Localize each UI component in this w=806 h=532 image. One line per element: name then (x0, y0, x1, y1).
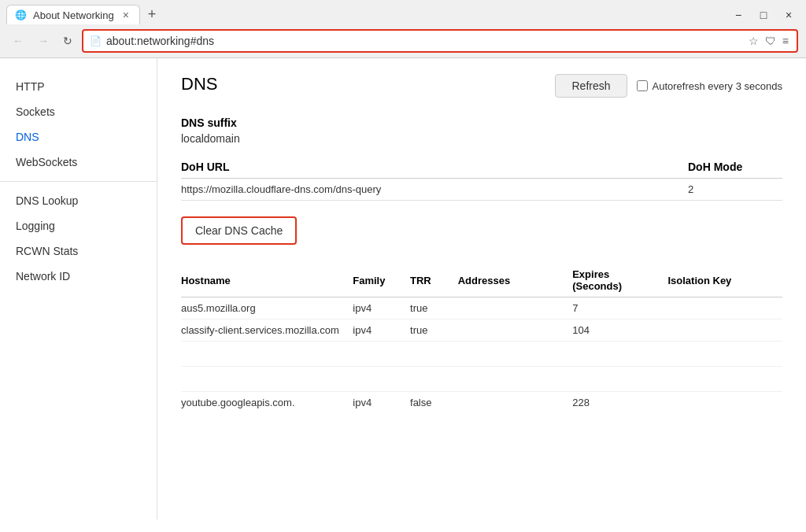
cell-trr (410, 367, 458, 392)
sidebar-item-http[interactable]: HTTP (0, 74, 157, 99)
cell-hostname: youtube.googleapis.com. (181, 392, 353, 414)
minimize-button[interactable]: − (727, 6, 749, 24)
cell-hostname: classify-client.services.mozilla.com (181, 320, 353, 342)
address-bar-icon: 📄 (90, 35, 102, 46)
address-actions: ☆ 🛡 ≡ (747, 33, 790, 49)
col-header-addresses: Addresses (458, 264, 573, 297)
cell-trr: true (410, 320, 458, 342)
sidebar-item-websockets[interactable]: WebSockets (0, 150, 157, 175)
tab-favicon: 🌐 (15, 9, 27, 20)
table-row: youtube.googleapis.com.ipv4false228 (181, 392, 782, 414)
address-input[interactable] (106, 35, 742, 47)
cell-family: ipv4 (353, 392, 410, 414)
cell-addresses (458, 297, 573, 320)
main-content: Refresh Autorefresh every 3 seconds DNS … (157, 58, 806, 519)
cell-expires: 104 (572, 320, 667, 342)
doh-section: DoH URL DoH Mode https://mozilla.cloudfl… (181, 161, 782, 201)
bookmark-button[interactable]: ☆ (747, 33, 760, 49)
window-controls: − □ × (727, 6, 800, 24)
doh-url-label: DoH URL (181, 161, 688, 173)
cell-addresses (458, 367, 573, 392)
table-row (181, 342, 782, 367)
table-row: aus5.mozilla.orgipv4true7 (181, 297, 782, 320)
title-bar: 🌐 About Networking × + − □ × (0, 0, 806, 24)
cell-hostname: aus5.mozilla.org (181, 297, 353, 320)
doh-mode-label: DoH Mode (688, 161, 782, 173)
address-bar: 📄 ☆ 🛡 ≡ (82, 29, 798, 53)
table-row: classify-client.services.mozilla.comipv4… (181, 320, 782, 342)
cell-hostname (181, 367, 353, 392)
col-header-trr: TRR (410, 264, 458, 297)
autorefresh-checkbox[interactable] (637, 80, 648, 91)
cell-hostname (181, 342, 353, 367)
dns-table-body: aus5.mozilla.orgipv4true7classify-client… (181, 297, 782, 414)
doh-mode-value: 2 (688, 183, 782, 195)
cell-family: ipv4 (353, 297, 410, 320)
sidebar: HTTP Sockets DNS WebSockets DNS Lookup L… (0, 58, 157, 519)
doh-url-row: https://mozilla.cloudflare-dns.com/dns-q… (181, 179, 782, 201)
refresh-button[interactable]: Refresh (555, 74, 627, 98)
dns-table: Hostname Family TRR Addresses Expires (S… (181, 264, 782, 413)
cell-addresses (458, 342, 573, 367)
cell-isolation_key (667, 297, 782, 320)
col-header-family: Family (353, 264, 410, 297)
autorefresh-label: Autorefresh every 3 seconds (637, 80, 782, 92)
sidebar-item-dns[interactable]: DNS (0, 124, 157, 150)
tab-title: About Networking (33, 9, 114, 21)
cell-family: ipv4 (353, 320, 410, 342)
cell-trr: false (410, 392, 458, 414)
maximize-button[interactable]: □ (752, 6, 775, 24)
close-button[interactable]: × (778, 6, 800, 24)
table-row (181, 367, 782, 392)
cell-isolation_key (667, 392, 782, 414)
tab-close-button[interactable]: × (120, 9, 131, 21)
cell-family (353, 367, 410, 392)
sidebar-item-rcwn-stats[interactable]: RCWN Stats (0, 238, 157, 264)
dns-suffix-value: localdomain (181, 132, 782, 145)
clear-dns-cache-button[interactable]: Clear DNS Cache (181, 216, 297, 245)
controls-bar: Refresh Autorefresh every 3 seconds (555, 74, 782, 98)
cell-isolation_key (667, 320, 782, 342)
menu-button[interactable]: ≡ (781, 33, 790, 49)
dns-table-header-row: Hostname Family TRR Addresses Expires (S… (181, 264, 782, 297)
browser-chrome: 🌐 About Networking × + − □ × ← → ↻ 📄 ☆ 🛡… (0, 0, 806, 58)
new-tab-button[interactable]: + (143, 5, 161, 24)
doh-url-value: https://mozilla.cloudflare-dns.com/dns-q… (181, 183, 688, 195)
sidebar-divider (0, 181, 157, 182)
nav-bar: ← → ↻ 📄 ☆ 🛡 ≡ (0, 24, 806, 57)
cell-isolation_key (667, 367, 782, 392)
dns-suffix-label: DNS suffix (181, 116, 782, 129)
cell-isolation_key (667, 342, 782, 367)
doh-header-row: DoH URL DoH Mode (181, 161, 782, 179)
cell-trr (410, 342, 458, 367)
col-header-expires: Expires (Seconds) (572, 264, 667, 297)
dns-suffix-section: DNS suffix localdomain (181, 116, 782, 145)
reload-button[interactable]: ↻ (58, 31, 77, 50)
cell-addresses (458, 392, 573, 414)
col-header-hostname: Hostname (181, 264, 353, 297)
cell-family (353, 342, 410, 367)
sidebar-item-network-id[interactable]: Network ID (0, 264, 157, 289)
sidebar-item-sockets[interactable]: Sockets (0, 99, 157, 124)
cell-expires: 228 (572, 392, 667, 414)
page-content: HTTP Sockets DNS WebSockets DNS Lookup L… (0, 58, 806, 519)
forward-button[interactable]: → (33, 31, 54, 50)
cell-expires (572, 367, 667, 392)
cell-addresses (458, 320, 573, 342)
cell-trr: true (410, 297, 458, 320)
col-header-isolation: Isolation Key (667, 264, 782, 297)
shield-button[interactable]: 🛡 (763, 33, 778, 49)
cell-expires (572, 342, 667, 367)
sidebar-item-logging[interactable]: Logging (0, 213, 157, 238)
sidebar-item-dns-lookup[interactable]: DNS Lookup (0, 188, 157, 213)
cell-expires: 7 (572, 297, 667, 320)
back-button[interactable]: ← (8, 31, 28, 50)
autorefresh-text: Autorefresh every 3 seconds (653, 80, 782, 92)
active-tab[interactable]: 🌐 About Networking × (6, 5, 140, 24)
